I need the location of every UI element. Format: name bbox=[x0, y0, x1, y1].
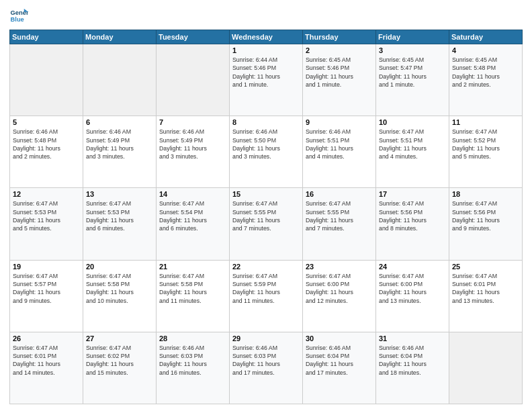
day-number: 1 bbox=[232, 46, 300, 54]
day-number: 10 bbox=[379, 118, 446, 126]
page: General Blue SundayMondayTuesdayWednesda… bbox=[0, 0, 532, 411]
calendar-cell: 1Sunrise: 6:44 AM Sunset: 5:46 PM Daylig… bbox=[230, 44, 303, 116]
calendar-cell: 13Sunrise: 6:47 AM Sunset: 5:53 PM Dayli… bbox=[83, 188, 157, 260]
calendar-week-row: 19Sunrise: 6:47 AM Sunset: 5:57 PM Dayli… bbox=[10, 260, 523, 332]
day-number: 27 bbox=[86, 334, 153, 342]
calendar-cell: 29Sunrise: 6:46 AM Sunset: 6:03 PM Dayli… bbox=[230, 332, 303, 404]
day-info: Sunrise: 6:46 AM Sunset: 5:49 PM Dayligh… bbox=[159, 128, 226, 161]
day-number: 18 bbox=[452, 190, 519, 198]
svg-text:Blue: Blue bbox=[11, 16, 24, 23]
day-info: Sunrise: 6:46 AM Sunset: 6:04 PM Dayligh… bbox=[379, 344, 446, 377]
day-number: 14 bbox=[159, 190, 226, 198]
day-info: Sunrise: 6:47 AM Sunset: 5:53 PM Dayligh… bbox=[13, 199, 80, 232]
calendar-cell bbox=[83, 44, 157, 116]
calendar-cell: 22Sunrise: 6:47 AM Sunset: 5:59 PM Dayli… bbox=[230, 260, 303, 332]
day-info: Sunrise: 6:46 AM Sunset: 5:49 PM Dayligh… bbox=[86, 128, 153, 161]
day-info: Sunrise: 6:47 AM Sunset: 5:59 PM Dayligh… bbox=[232, 272, 300, 305]
day-info: Sunrise: 6:47 AM Sunset: 5:58 PM Dayligh… bbox=[86, 272, 153, 305]
day-number: 12 bbox=[13, 190, 80, 198]
calendar-cell: 9Sunrise: 6:46 AM Sunset: 5:51 PM Daylig… bbox=[303, 116, 376, 188]
calendar-week-row: 26Sunrise: 6:47 AM Sunset: 6:01 PM Dayli… bbox=[10, 332, 523, 404]
calendar-cell: 24Sunrise: 6:47 AM Sunset: 6:00 PM Dayli… bbox=[376, 260, 449, 332]
calendar-cell: 5Sunrise: 6:46 AM Sunset: 5:48 PM Daylig… bbox=[10, 116, 83, 188]
day-number: 13 bbox=[86, 190, 153, 198]
day-number: 9 bbox=[306, 118, 373, 126]
day-number: 3 bbox=[379, 46, 446, 54]
calendar-header-row: SundayMondayTuesdayWednesdayThursdayFrid… bbox=[10, 30, 523, 44]
day-number: 19 bbox=[13, 263, 80, 271]
day-info: Sunrise: 6:47 AM Sunset: 6:01 PM Dayligh… bbox=[452, 272, 519, 305]
calendar-cell: 17Sunrise: 6:47 AM Sunset: 5:56 PM Dayli… bbox=[376, 188, 449, 260]
calendar-table: SundayMondayTuesdayWednesdayThursdayFrid… bbox=[9, 30, 523, 404]
calendar-cell: 7Sunrise: 6:46 AM Sunset: 5:49 PM Daylig… bbox=[157, 116, 230, 188]
day-number: 31 bbox=[379, 334, 446, 342]
calendar-cell: 15Sunrise: 6:47 AM Sunset: 5:55 PM Dayli… bbox=[230, 188, 303, 260]
calendar-cell: 30Sunrise: 6:46 AM Sunset: 6:04 PM Dayli… bbox=[303, 332, 376, 404]
day-number: 7 bbox=[159, 118, 226, 126]
day-number: 23 bbox=[306, 263, 373, 271]
calendar-cell: 28Sunrise: 6:46 AM Sunset: 6:03 PM Dayli… bbox=[157, 332, 230, 404]
calendar-cell: 25Sunrise: 6:47 AM Sunset: 6:01 PM Dayli… bbox=[449, 260, 523, 332]
calendar-cell: 18Sunrise: 6:47 AM Sunset: 5:56 PM Dayli… bbox=[449, 188, 523, 260]
day-info: Sunrise: 6:47 AM Sunset: 5:52 PM Dayligh… bbox=[452, 128, 519, 161]
day-info: Sunrise: 6:45 AM Sunset: 5:48 PM Dayligh… bbox=[452, 56, 519, 89]
day-number: 15 bbox=[232, 190, 300, 198]
calendar-cell: 3Sunrise: 6:45 AM Sunset: 5:47 PM Daylig… bbox=[376, 44, 449, 116]
calendar-cell: 10Sunrise: 6:47 AM Sunset: 5:51 PM Dayli… bbox=[376, 116, 449, 188]
day-info: Sunrise: 6:47 AM Sunset: 6:00 PM Dayligh… bbox=[306, 272, 373, 305]
weekday-header: Sunday bbox=[10, 30, 83, 44]
day-info: Sunrise: 6:46 AM Sunset: 5:50 PM Dayligh… bbox=[232, 128, 300, 161]
weekday-header: Tuesday bbox=[157, 30, 230, 44]
weekday-header: Friday bbox=[376, 30, 449, 44]
calendar-cell: 20Sunrise: 6:47 AM Sunset: 5:58 PM Dayli… bbox=[83, 260, 157, 332]
day-info: Sunrise: 6:47 AM Sunset: 5:54 PM Dayligh… bbox=[159, 199, 226, 232]
day-number: 26 bbox=[13, 334, 80, 342]
calendar-cell: 8Sunrise: 6:46 AM Sunset: 5:50 PM Daylig… bbox=[230, 116, 303, 188]
page-header: General Blue bbox=[9, 7, 523, 26]
calendar-cell: 27Sunrise: 6:47 AM Sunset: 6:02 PM Dayli… bbox=[83, 332, 157, 404]
day-number: 5 bbox=[13, 118, 80, 126]
calendar-week-row: 5Sunrise: 6:46 AM Sunset: 5:48 PM Daylig… bbox=[10, 116, 523, 188]
calendar-cell: 16Sunrise: 6:47 AM Sunset: 5:55 PM Dayli… bbox=[303, 188, 376, 260]
day-number: 8 bbox=[232, 118, 300, 126]
logo-icon: General Blue bbox=[9, 7, 28, 26]
day-info: Sunrise: 6:47 AM Sunset: 6:00 PM Dayligh… bbox=[379, 272, 446, 305]
calendar-cell bbox=[10, 44, 83, 116]
day-info: Sunrise: 6:46 AM Sunset: 6:03 PM Dayligh… bbox=[232, 344, 300, 377]
calendar-cell: 26Sunrise: 6:47 AM Sunset: 6:01 PM Dayli… bbox=[10, 332, 83, 404]
day-number: 4 bbox=[452, 46, 519, 54]
day-info: Sunrise: 6:47 AM Sunset: 6:02 PM Dayligh… bbox=[86, 344, 153, 377]
day-number: 17 bbox=[379, 190, 446, 198]
day-number: 16 bbox=[306, 190, 373, 198]
calendar-cell: 21Sunrise: 6:47 AM Sunset: 5:58 PM Dayli… bbox=[157, 260, 230, 332]
day-number: 2 bbox=[306, 46, 373, 54]
day-info: Sunrise: 6:44 AM Sunset: 5:46 PM Dayligh… bbox=[232, 56, 300, 89]
calendar-cell: 4Sunrise: 6:45 AM Sunset: 5:48 PM Daylig… bbox=[449, 44, 523, 116]
calendar-cell bbox=[449, 332, 523, 404]
day-info: Sunrise: 6:47 AM Sunset: 5:56 PM Dayligh… bbox=[379, 199, 446, 232]
day-info: Sunrise: 6:45 AM Sunset: 5:47 PM Dayligh… bbox=[379, 56, 446, 89]
day-number: 28 bbox=[159, 334, 226, 342]
calendar-cell: 11Sunrise: 6:47 AM Sunset: 5:52 PM Dayli… bbox=[449, 116, 523, 188]
day-info: Sunrise: 6:47 AM Sunset: 5:58 PM Dayligh… bbox=[159, 272, 226, 305]
calendar-cell bbox=[157, 44, 230, 116]
calendar-cell: 2Sunrise: 6:45 AM Sunset: 5:46 PM Daylig… bbox=[303, 44, 376, 116]
day-number: 24 bbox=[379, 263, 446, 271]
calendar-cell: 6Sunrise: 6:46 AM Sunset: 5:49 PM Daylig… bbox=[83, 116, 157, 188]
day-info: Sunrise: 6:45 AM Sunset: 5:46 PM Dayligh… bbox=[306, 56, 373, 89]
calendar-cell: 31Sunrise: 6:46 AM Sunset: 6:04 PM Dayli… bbox=[376, 332, 449, 404]
day-info: Sunrise: 6:46 AM Sunset: 5:48 PM Dayligh… bbox=[13, 128, 80, 161]
weekday-header: Monday bbox=[83, 30, 157, 44]
day-info: Sunrise: 6:47 AM Sunset: 5:57 PM Dayligh… bbox=[13, 272, 80, 305]
day-info: Sunrise: 6:47 AM Sunset: 5:51 PM Dayligh… bbox=[379, 128, 446, 161]
day-info: Sunrise: 6:46 AM Sunset: 6:03 PM Dayligh… bbox=[159, 344, 226, 377]
day-number: 11 bbox=[452, 118, 519, 126]
day-info: Sunrise: 6:47 AM Sunset: 5:56 PM Dayligh… bbox=[452, 199, 519, 232]
day-info: Sunrise: 6:46 AM Sunset: 5:51 PM Dayligh… bbox=[306, 128, 373, 161]
day-number: 30 bbox=[306, 334, 373, 342]
calendar-cell: 19Sunrise: 6:47 AM Sunset: 5:57 PM Dayli… bbox=[10, 260, 83, 332]
day-number: 29 bbox=[232, 334, 300, 342]
logo: General Blue bbox=[9, 7, 31, 26]
calendar-cell: 14Sunrise: 6:47 AM Sunset: 5:54 PM Dayli… bbox=[157, 188, 230, 260]
weekday-header: Wednesday bbox=[230, 30, 303, 44]
